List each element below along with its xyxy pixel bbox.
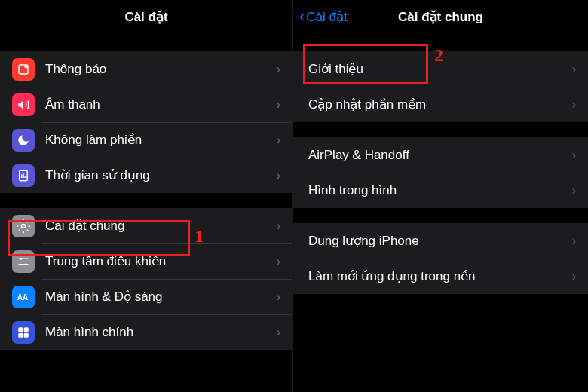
chevron-right-icon: ›	[277, 98, 280, 112]
chevron-right-icon: ›	[277, 326, 280, 339]
svg-rect-14	[18, 332, 23, 337]
row-sounds[interactable]: Âm thanh ›	[0, 87, 292, 122]
annotation-2: 2	[434, 45, 443, 66]
display-icon: AA	[12, 286, 35, 308]
general-header: ‹ Cài đặt Cài đặt chung	[293, 0, 588, 33]
chevron-right-icon: ›	[277, 63, 280, 76]
row-label: AirPlay & Handoff	[308, 148, 572, 163]
page-title: Cài đặt	[124, 9, 167, 25]
row-label: Màn hình & Độ sáng	[45, 289, 277, 305]
row-label: Âm thanh	[45, 97, 277, 112]
row-label: Làm mới ứng dụng trong nền	[308, 268, 572, 284]
row-notifications[interactable]: Thông báo ›	[0, 51, 292, 87]
sounds-icon	[12, 93, 35, 116]
svg-rect-10	[18, 264, 29, 265]
chevron-right-icon: ›	[277, 133, 280, 147]
svg-rect-3	[21, 174, 23, 178]
screentime-icon	[12, 164, 35, 187]
chevron-left-icon: ‹	[299, 8, 305, 25]
chevron-right-icon: ›	[277, 169, 280, 182]
row-label: Hình trong hình	[308, 183, 572, 198]
notifications-icon	[12, 58, 35, 81]
back-label: Cài đặt	[306, 9, 347, 25]
svg-rect-4	[23, 173, 24, 178]
chevron-right-icon: ›	[572, 149, 576, 162]
settings-header: Cài đặt	[0, 0, 292, 33]
row-label: Thời gian sử dụng	[45, 167, 277, 183]
chevron-right-icon: ›	[277, 255, 280, 268]
row-display[interactable]: AA Màn hình & Độ sáng ›	[0, 279, 292, 314]
dnd-icon	[12, 129, 35, 152]
row-general[interactable]: Cài đặt chung ›	[0, 208, 292, 243]
chevron-right-icon: ›	[572, 63, 576, 76]
svg-rect-13	[24, 327, 29, 332]
row-label: Màn hình chính	[45, 325, 277, 340]
row-homescreen[interactable]: Màn hình chính ›	[0, 314, 292, 350]
chevron-right-icon: ›	[572, 98, 576, 112]
svg-rect-12	[18, 327, 23, 332]
row-software-update[interactable]: Cập nhật phần mềm ›	[293, 87, 588, 122]
chevron-right-icon: ›	[277, 290, 280, 304]
annotation-1: 1	[194, 226, 204, 247]
chevron-right-icon: ›	[277, 219, 280, 233]
row-control-center[interactable]: Trung tâm điều khiển ›	[0, 243, 292, 279]
row-label: Không làm phiền	[45, 132, 277, 148]
svg-point-6	[22, 224, 26, 228]
svg-text:AA: AA	[17, 293, 28, 302]
back-button[interactable]: ‹ Cài đặt	[299, 8, 348, 25]
row-airplay[interactable]: AirPlay & Handoff ›	[293, 137, 588, 173]
chevron-right-icon: ›	[572, 234, 576, 248]
svg-rect-8	[18, 258, 29, 259]
svg-point-1	[25, 65, 29, 69]
chevron-right-icon: ›	[572, 270, 576, 283]
svg-rect-5	[25, 176, 26, 178]
control-center-icon	[12, 250, 35, 273]
row-storage[interactable]: Dung lượng iPhone ›	[293, 223, 588, 259]
row-background-refresh[interactable]: Làm mới ứng dụng trong nền ›	[293, 259, 588, 294]
svg-rect-15	[24, 332, 29, 337]
page-title: Cài đặt chung	[398, 9, 483, 25]
row-label: Dung lượng iPhone	[308, 233, 572, 249]
row-dnd[interactable]: Không làm phiền ›	[0, 122, 292, 158]
general-icon	[12, 215, 35, 237]
row-label: Cập nhật phần mềm	[308, 96, 572, 112]
chevron-right-icon: ›	[572, 184, 576, 198]
row-pip[interactable]: Hình trong hình ›	[293, 173, 588, 208]
row-label: Thông báo	[45, 62, 277, 77]
row-label: Trung tâm điều khiển	[45, 253, 277, 269]
row-label: Cài đặt chung	[45, 218, 277, 234]
homescreen-icon	[12, 321, 35, 344]
row-screentime[interactable]: Thời gian sử dụng ›	[0, 158, 292, 193]
